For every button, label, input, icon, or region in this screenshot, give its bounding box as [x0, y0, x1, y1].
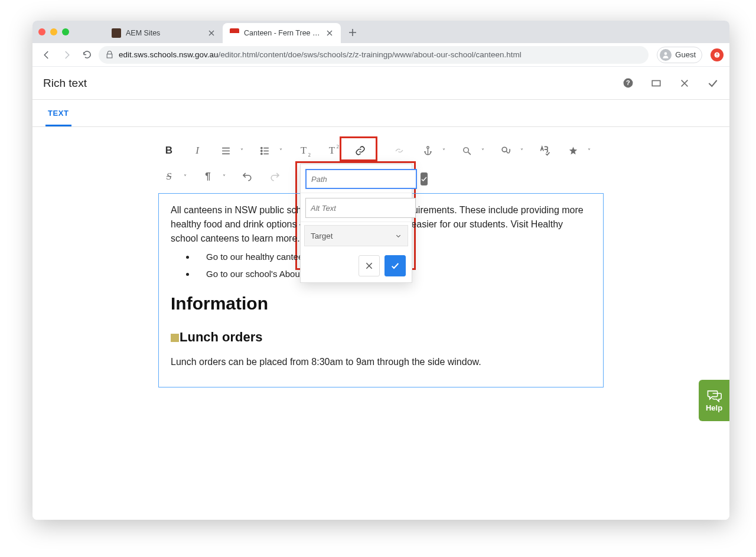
link-button[interactable]: [350, 140, 371, 161]
done-check-icon[interactable]: [707, 77, 719, 89]
chevron-down-icon[interactable]: ˅: [477, 140, 488, 161]
list-button[interactable]: [254, 140, 275, 161]
help-widget[interactable]: Help: [699, 380, 729, 421]
link-cancel-button[interactable]: [359, 255, 380, 276]
browser-tab-canteen[interactable]: Canteen - Fern Tree Public Sch: [223, 23, 341, 43]
tab-text[interactable]: TEXT: [45, 102, 71, 126]
help-label: Help: [706, 403, 722, 412]
tab-title: Canteen - Fern Tree Public Sch: [244, 29, 321, 37]
content-paragraph: Lunch orders can be placed from 8:30am t…: [171, 355, 591, 369]
svg-point-8: [426, 146, 429, 149]
align-button[interactable]: [215, 140, 236, 161]
chevron-down-icon[interactable]: ˅: [275, 140, 286, 161]
window-controls: [38, 21, 69, 43]
path-browse-button[interactable]: [421, 172, 428, 185]
aem-dialog-title: Rich text: [43, 77, 87, 90]
tab-title: AEM Sites: [126, 29, 203, 37]
avatar-icon: [660, 49, 672, 61]
bold-button[interactable]: B: [158, 140, 180, 161]
link-target-select[interactable]: Target: [304, 225, 408, 246]
browser-tab-strip: AEM Sites Canteen - Fern Tree Public Sch: [32, 21, 729, 43]
browser-toolbar: edit.sws.schools.nsw.gov.au/editor.html/…: [32, 43, 729, 67]
chevron-down-icon[interactable]: ˅: [584, 140, 594, 161]
close-dialog-icon[interactable]: [679, 77, 690, 89]
content-heading-lunch-orders: Lunch orders: [171, 327, 591, 347]
aem-tab-bar: TEXT: [32, 100, 729, 127]
rte-toolbar: B I ˅ ˅ T2: [158, 139, 604, 165]
favicon-aem: [112, 28, 121, 38]
anchor-marker-icon: [171, 334, 179, 342]
svg-point-0: [664, 52, 667, 55]
tab-close-icon[interactable]: [325, 29, 334, 37]
unlink-button[interactable]: [389, 140, 410, 161]
hyperlink-popover: Target: [300, 164, 412, 283]
aem-dialog-header: Rich text ?: [32, 67, 729, 100]
strikethrough-button[interactable]: S: [158, 166, 180, 187]
nav-back-button[interactable]: [38, 47, 55, 63]
editor-wrap: B I ˅ ˅ T2: [32, 127, 729, 387]
redo-button[interactable]: [265, 166, 286, 187]
chevron-down-icon[interactable]: ˅: [236, 140, 247, 161]
select-label: Target: [311, 232, 333, 240]
svg-point-10: [502, 147, 507, 152]
chevron-down-icon[interactable]: ˅: [371, 140, 382, 161]
aem-editor: Rich text ? TEXT: [32, 67, 729, 520]
profile-chip[interactable]: Guest: [657, 47, 702, 63]
find-button[interactable]: [456, 140, 477, 161]
nav-reload-button[interactable]: [79, 47, 95, 63]
extension-badge[interactable]: [711, 48, 724, 61]
profile-label: Guest: [675, 50, 696, 59]
svg-point-9: [463, 147, 468, 152]
svg-point-7: [260, 153, 262, 154]
tab-close-icon[interactable]: [207, 29, 216, 37]
new-tab-button[interactable]: [344, 24, 361, 41]
chevron-down-icon[interactable]: ˅: [219, 166, 229, 187]
link-alt-text-input[interactable]: [305, 198, 416, 218]
italic-button[interactable]: I: [187, 140, 208, 161]
undo-button[interactable]: [236, 166, 258, 187]
content-heading-information: Information: [171, 290, 591, 317]
paragraph-format-button[interactable]: ¶: [197, 166, 219, 187]
window-zoom-dot[interactable]: [62, 28, 69, 35]
subscript-button[interactable]: T2: [293, 140, 314, 161]
fullscreen-icon[interactable]: [650, 77, 662, 89]
address-bar[interactable]: edit.sws.schools.nsw.gov.au/editor.html/…: [99, 46, 649, 64]
url-text: edit.sws.schools.nsw.gov.au/editor.html/…: [119, 50, 522, 59]
svg-rect-4: [652, 80, 660, 86]
browser-tab-aem-sites[interactable]: AEM Sites: [105, 23, 223, 43]
svg-text:?: ?: [626, 79, 630, 86]
link-apply-button[interactable]: [384, 255, 406, 276]
help-icon[interactable]: ?: [622, 77, 634, 89]
window-minimize-dot[interactable]: [50, 28, 57, 35]
chevron-down-icon[interactable]: ˅: [516, 140, 527, 161]
special-char-button[interactable]: [562, 140, 584, 161]
svg-point-6: [260, 150, 262, 151]
window-close-dot[interactable]: [38, 28, 45, 35]
replace-button[interactable]: [495, 140, 516, 161]
chevron-down-icon: [395, 233, 402, 239]
chat-bubble-icon: [706, 389, 722, 402]
superscript-button[interactable]: T2: [321, 140, 343, 161]
link-path-input[interactable]: [305, 169, 417, 189]
lock-icon: [106, 51, 114, 58]
svg-point-5: [260, 147, 262, 148]
anchor-button[interactable]: [417, 140, 438, 161]
spellcheck-button[interactable]: [534, 140, 555, 161]
favicon-nsw: [230, 28, 239, 38]
chevron-down-icon[interactable]: ˅: [438, 140, 449, 161]
chevron-down-icon[interactable]: ˅: [180, 166, 190, 187]
nav-forward-button[interactable]: [58, 47, 75, 63]
browser-window: AEM Sites Canteen - Fern Tree Public Sch: [32, 21, 729, 520]
